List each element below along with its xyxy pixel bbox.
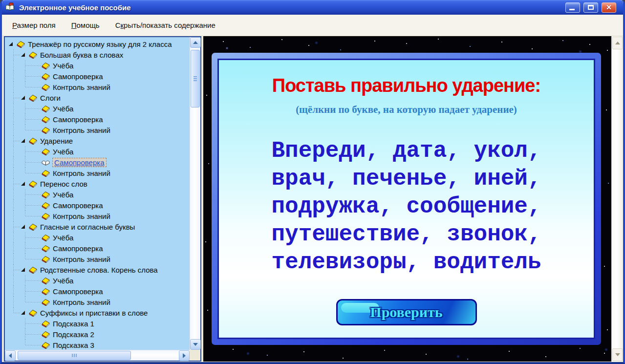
check-button-label: Проверить bbox=[370, 304, 442, 321]
exercise-heading: Поставь правильно ударение: bbox=[272, 75, 540, 96]
tree-item-label: Самопроверка bbox=[53, 244, 103, 253]
tree-item[interactable]: Ударение bbox=[5, 135, 190, 146]
tree-guide bbox=[13, 157, 14, 168]
minimize-button[interactable] bbox=[565, 2, 580, 13]
tree-expand-toggle[interactable] bbox=[21, 225, 25, 229]
menu-item-2[interactable]: Скрыть/показать содержание bbox=[111, 19, 220, 31]
tree-item[interactable]: Контроль знаний bbox=[5, 297, 190, 307]
tree-vertical-scrollbar[interactable] bbox=[190, 37, 200, 350]
tree-item[interactable]: Учёба bbox=[5, 146, 190, 157]
check-button[interactable]: Проверить bbox=[336, 299, 477, 325]
tree-item[interactable]: Гласные и согласные буквы bbox=[5, 221, 190, 232]
tree-horizontal-scrollbar[interactable] bbox=[5, 350, 190, 361]
content-vertical-scrollbar[interactable] bbox=[611, 36, 623, 362]
tree-item[interactable]: Самопроверка bbox=[5, 286, 190, 297]
tree-item[interactable]: Учёба bbox=[5, 103, 190, 114]
tree-item[interactable]: Самопроверка bbox=[5, 114, 190, 125]
word-line-2[interactable]: врач, печенье, иней, bbox=[271, 165, 541, 193]
book-icon bbox=[29, 137, 37, 145]
tree-item[interactable]: Учёба bbox=[5, 232, 190, 243]
arrow-right-icon bbox=[183, 353, 186, 358]
tree-item[interactable]: Суффиксы и приставки в слове bbox=[5, 307, 190, 318]
menu-item-0[interactable]: Размер поля bbox=[8, 19, 60, 31]
tree-item[interactable]: Подсказка 2 bbox=[5, 329, 190, 340]
content-scroll-up-button[interactable] bbox=[612, 37, 623, 49]
tree-item-label: Тренажёр по русскому языку для 2 класса bbox=[28, 40, 172, 48]
tree-guide bbox=[25, 297, 25, 302]
tree-expand-toggle[interactable] bbox=[9, 42, 13, 46]
tree-guide bbox=[13, 168, 14, 178]
tree-item-selected[interactable]: Самопроверка bbox=[5, 157, 190, 168]
scroll-right-button[interactable] bbox=[179, 350, 190, 361]
scrollbar-corner bbox=[190, 350, 200, 361]
tree-item[interactable]: Перенос слов bbox=[5, 178, 190, 189]
tree-item[interactable]: Учёба bbox=[5, 275, 190, 286]
word-line-5[interactable]: телевизоры, водитель bbox=[271, 249, 541, 277]
book-icon bbox=[42, 127, 50, 134]
tree-item[interactable]: Контроль знаний bbox=[5, 168, 190, 178]
tree-guide bbox=[13, 307, 14, 313]
tree-expand-toggle[interactable] bbox=[21, 268, 25, 272]
tree-item[interactable]: Контроль знаний bbox=[5, 211, 190, 221]
book-icon bbox=[42, 331, 50, 338]
exercise-panel-border: Поставь правильно ударение: (щёлкни по б… bbox=[217, 59, 595, 339]
tree-guide bbox=[13, 103, 14, 114]
tree-item[interactable]: Учёба bbox=[5, 60, 190, 71]
tree-item[interactable]: Самопроверка bbox=[5, 200, 190, 211]
tree-expand-toggle[interactable] bbox=[21, 96, 25, 100]
maximize-button[interactable] bbox=[583, 2, 598, 13]
tree-guide bbox=[25, 162, 42, 163]
tree-item[interactable]: Контроль знаний bbox=[5, 254, 190, 264]
tree-guide bbox=[25, 173, 42, 173]
book-icon bbox=[42, 62, 50, 69]
scroll-down-button[interactable] bbox=[190, 339, 201, 350]
tree-item[interactable]: Учёба bbox=[5, 189, 190, 200]
book-icon bbox=[42, 299, 50, 306]
word-line-3[interactable]: подружка, сообщение, bbox=[271, 193, 541, 221]
tree-vscroll-thumb[interactable] bbox=[191, 50, 200, 107]
tree-guide bbox=[13, 60, 14, 71]
tree-item[interactable]: Слоги bbox=[5, 92, 190, 103]
tree-expand-toggle[interactable] bbox=[21, 182, 25, 186]
scroll-up-button[interactable] bbox=[190, 37, 201, 48]
tree-guide bbox=[13, 114, 14, 125]
tree-guide bbox=[25, 280, 42, 281]
scroll-left-button[interactable] bbox=[5, 350, 16, 361]
tree-item[interactable]: Самопроверка bbox=[5, 71, 190, 82]
close-button[interactable]: ✕ bbox=[602, 2, 616, 13]
tree-item-label: Контроль знаний bbox=[53, 83, 110, 91]
book-icon bbox=[42, 84, 50, 91]
tree-item[interactable]: Подсказка 3 bbox=[5, 340, 190, 350]
tree-guide bbox=[14, 141, 21, 141]
tree-guide bbox=[13, 125, 14, 135]
tree-expand-toggle[interactable] bbox=[21, 139, 25, 143]
tree-guide bbox=[25, 108, 42, 109]
tree-item[interactable]: Самопроверка bbox=[5, 243, 190, 254]
tree-guide bbox=[13, 189, 14, 200]
tree-item[interactable]: Контроль знаний bbox=[5, 82, 190, 92]
word-line-4[interactable]: путешествие, звонок, bbox=[271, 221, 541, 249]
tree-guide bbox=[13, 275, 14, 286]
tree-guide bbox=[25, 340, 25, 345]
tree-item[interactable]: Большая буква в словах bbox=[5, 49, 190, 60]
titlebar: Электронное учебное пособие ✕ bbox=[2, 0, 623, 15]
tree-item[interactable]: Родственные слова. Корень слова bbox=[5, 264, 190, 275]
book-icon bbox=[42, 73, 50, 80]
tree-item[interactable]: Контроль знаний bbox=[5, 125, 190, 135]
arrow-up-icon bbox=[193, 41, 198, 44]
tree-hscroll-thumb[interactable] bbox=[18, 351, 131, 360]
tree-expand-toggle[interactable] bbox=[21, 311, 25, 315]
book-icon bbox=[42, 320, 50, 327]
tree-expand-toggle[interactable] bbox=[21, 53, 25, 57]
tree-item[interactable]: Подсказка 1 bbox=[5, 318, 190, 329]
exercise-instruction: (щёлкни по букве, на которую падает удар… bbox=[296, 103, 517, 116]
tree-item-label: Перенос слов bbox=[40, 180, 87, 188]
content-scroll-down-button[interactable] bbox=[612, 348, 623, 361]
tree-item[interactable]: Тренажёр по русскому языку для 2 класса bbox=[5, 39, 190, 49]
book-icon bbox=[42, 234, 50, 241]
tree-guide bbox=[25, 237, 42, 238]
menu-item-1[interactable]: Помощь bbox=[67, 19, 104, 31]
arrow-down-icon bbox=[615, 353, 620, 356]
tree-item-label: Учёба bbox=[53, 105, 73, 113]
word-line-1[interactable]: Впереди, дата, укол, bbox=[271, 137, 541, 165]
